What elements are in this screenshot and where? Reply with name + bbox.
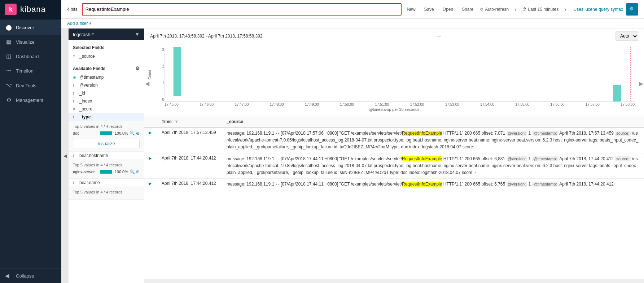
next-time-button[interactable]: › (563, 6, 568, 13)
field-item-version[interactable]: t @version (69, 81, 144, 89)
hits-count: 4 hits (67, 7, 78, 12)
sidebar-item-visualize-label: Visualize (16, 39, 35, 45)
field-item-score[interactable]: # _score (69, 105, 144, 113)
field-name-beat-hostname: beat.hostname (79, 153, 108, 158)
interval-select[interactable]: Auto (615, 31, 638, 41)
field-item-beat-name[interactable]: t beat.name (69, 179, 144, 187)
time-col-label: Time (162, 119, 172, 124)
collapse-icon: ◀ (5, 273, 12, 279)
field-name-version: @version (79, 83, 98, 88)
sidebar-item-discover-label: Discover (16, 25, 34, 30)
field-item-timestamp[interactable]: ⊙ @timestamp (69, 73, 144, 81)
beat-hostname-bar-fill (100, 170, 112, 174)
share-button[interactable]: Share (460, 5, 476, 13)
visualize-icon: ▦ (5, 39, 12, 45)
source-cell-1: message: 192.168.119.1 - - [07/Apr/2018:… (222, 127, 644, 153)
panel-right-arrow[interactable]: ▶ (639, 80, 643, 87)
version-tag-3: @version: (507, 182, 527, 187)
chart-y-axis: 3 2 1 0 (154, 48, 164, 101)
expand-button-3[interactable]: ▶ (149, 181, 152, 186)
sidebar-item-timelion-label: Timelion (16, 68, 34, 74)
chart-container: ◀ 3 2 1 0 Count (144, 44, 644, 116)
type-bar-bg (100, 131, 112, 135)
sidebar-item-visualize[interactable]: ▦ Visualize (0, 35, 61, 49)
type-bar-label-doc: doc (73, 131, 98, 135)
chart-bar-1 (174, 47, 181, 96)
source-text-2: message: 192.168.119.1 - - [07/Apr/2018:… (227, 156, 638, 175)
field-item-index[interactable]: t _index (69, 97, 144, 105)
sidebar-collapse-button[interactable]: ◀ Collapse (0, 268, 61, 283)
sidebar-item-timelion[interactable]: 〜 Timelion (0, 64, 61, 78)
time-col-header[interactable]: Time ▼ (157, 116, 222, 127)
results-area[interactable]: Time ▼ _source ▶ (144, 116, 644, 279)
beat-name-expanded: Top 5 values in 4 / 4 records (69, 187, 144, 200)
beat-hostname-expanded: Top 5 values in 4 / 4 records nginx-serv… (69, 160, 144, 179)
source-col-header: _source (222, 116, 644, 127)
beat-hostname-bar-bg (100, 170, 112, 174)
version-tag-2: @version: (507, 156, 527, 161)
expand-button-1[interactable]: ▶ (149, 130, 152, 135)
field-type-index: t (73, 99, 77, 103)
refresh-icon: ↻ (480, 7, 483, 12)
add-filter-button[interactable]: Add a filter + (67, 21, 638, 26)
beat-hostname-magnify-icon[interactable]: 🔍 (130, 169, 135, 174)
field-item-id[interactable]: t _id (69, 89, 144, 97)
expand-button-2[interactable]: ▶ (149, 156, 152, 160)
query-input-wrapper (82, 3, 402, 16)
topbar: 4 hits New Save Open Share ↻ Auto-refres… (61, 0, 644, 19)
source-tag-2: source: (615, 156, 631, 161)
timelion-icon: 〜 (5, 68, 12, 74)
available-fields-gear-icon[interactable]: ⚙ (135, 66, 140, 71)
type-bar-magnify-icon[interactable]: 🔍 (130, 131, 135, 136)
field-type-id: t (73, 91, 77, 95)
beat-hostname-exclude-icon[interactable]: ⊕ (136, 169, 140, 174)
panel-left-arrow[interactable]: ◀ (145, 80, 149, 87)
field-name-score: _score (79, 106, 92, 112)
save-button[interactable]: Save (422, 5, 436, 13)
type-field-expanded: Top 5 values in 4 / 4 records doc 100.0%… (69, 121, 144, 152)
x-label-7: 17:52:00 (410, 103, 424, 106)
expand-cell-2: ▶ (144, 153, 157, 179)
field-name-source: _source (79, 54, 95, 59)
chart-svg (165, 47, 635, 101)
sidebar-item-devtools[interactable]: ⌥ Dev Tools (0, 78, 61, 93)
time-cell-2: April 7th 2018, 17:44:20.412 (157, 153, 222, 179)
beat-hostname-bar-icons: 🔍 ⊕ (130, 169, 140, 174)
new-button[interactable]: New (404, 5, 417, 13)
autorefresh-label: Auto-refresh (485, 7, 509, 12)
type-bar-pct: 100.0% (114, 131, 128, 135)
search-button[interactable]: 🔍 (626, 3, 638, 16)
expand-col-header (144, 116, 157, 127)
chart-header: April 7th 2018, 17:43:58.392 - April 7th… (144, 29, 644, 44)
field-item-type[interactable]: t _type (69, 113, 144, 121)
sidebar-collapse-label: Collapse (16, 273, 34, 279)
time-range-button[interactable]: ⏱ Last 15 minutes (522, 7, 559, 12)
panel-toggle-button[interactable]: ◀ (61, 29, 69, 283)
query-input[interactable] (86, 6, 398, 12)
open-button[interactable]: Open (441, 5, 455, 13)
beat-hostname-bar-label: nginx-server (73, 170, 98, 174)
fields-divider (69, 62, 144, 62)
fields-panel: logstash-* ▼ Selected Fields ? _source A… (69, 29, 144, 283)
sidebar-item-management[interactable]: ⚙ Management (0, 93, 61, 107)
autorefresh-button[interactable]: ↻ Auto-refresh (480, 7, 509, 12)
horizontal-scrollbar[interactable] (144, 279, 644, 283)
version-tag-1: @version: (507, 131, 527, 136)
type-bar-fill (100, 131, 112, 135)
search-icon: 🔍 (629, 6, 635, 12)
sidebar-item-discover[interactable]: ⬤ Discover (0, 20, 61, 35)
table-row: ▶ April 7th 2018, 17:57:13.459 message: … (144, 127, 644, 153)
prev-time-button[interactable]: ‹ (513, 6, 518, 13)
index-collapse-button[interactable]: ▼ (135, 31, 140, 37)
field-item-beat-hostname[interactable]: t beat.hostname (69, 152, 144, 160)
type-bar-exclude-icon[interactable]: ⊕ (136, 131, 140, 136)
field-item-source[interactable]: ? _source (69, 52, 144, 60)
results-table: Time ▼ _source ▶ (144, 116, 644, 190)
table-row: ▶ April 7th 2018, 17:44:20.412 message: … (144, 153, 644, 179)
x-label-3: 17:48:00 (270, 103, 284, 106)
lucene-syntax-link[interactable]: Uses lucene query syntax (574, 7, 623, 12)
source-text-3: message: 192.168.119.1 - - [07/Apr/2018:… (227, 182, 614, 187)
type-visualize-button[interactable]: Visualize (73, 139, 140, 148)
sidebar-item-dashboard[interactable]: ◫ Dashboard (0, 49, 61, 64)
index-pattern-header: logstash-* ▼ (69, 29, 144, 40)
